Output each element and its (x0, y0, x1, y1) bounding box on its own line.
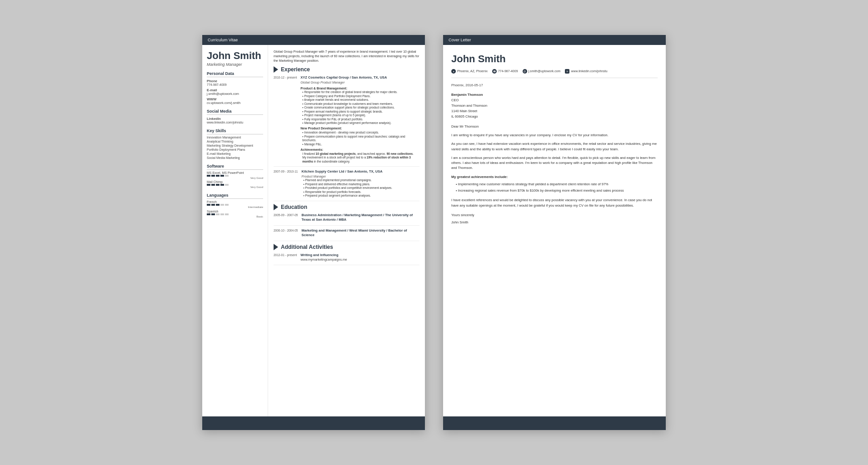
exp-role-2: Product Manager (302, 174, 420, 179)
lang-2: Spanish (207, 210, 263, 213)
email-value: j.smith@uptowork.com (207, 92, 263, 95)
cl-salutation: Dear Mr Thomson (451, 124, 658, 129)
dot (207, 204, 210, 206)
education-item-2: 2000-10 - 2004-05 Marketing and Manageme… (274, 228, 419, 241)
cv-document: Curriculum Vitae John Smith Marketing Ma… (202, 35, 425, 430)
software-1: MS Excel, MS PowerPoint (207, 171, 263, 174)
experience-arrow-icon (274, 66, 278, 73)
skill-6: Social Media Marketing (207, 156, 263, 159)
additional-item-1: 2012-01 - present Writing and Influencin… (274, 253, 419, 265)
www-value: cv.uptowork.com/j.smith (207, 101, 263, 104)
education-title: Education (281, 204, 307, 210)
edu-content-2: Marketing and Management / West Miami Un… (302, 228, 420, 238)
linkedin-icon: in (565, 69, 569, 74)
cl-final-paragraph: I have excellent references and would be… (451, 198, 658, 208)
cl-recipient-name: Benjamin Thomson (451, 92, 658, 98)
dot (211, 204, 215, 206)
skill-2: Analytical Thinking (207, 140, 263, 143)
cl-recipient-address: 1140 Main Street (451, 109, 658, 114)
cl-location-text: Phoenix, AZ, Phoenix (457, 69, 488, 74)
cl-linkedin-text: www.linkedin.com/johnstu (571, 69, 607, 74)
cl-footer (443, 416, 666, 430)
lang-1: French (207, 200, 263, 203)
cv-footer (202, 416, 425, 430)
cl-paragraph-2: As you can see, I have had extensive vac… (451, 141, 658, 152)
dot (220, 175, 224, 177)
email-label: E-mail (207, 88, 263, 92)
edu-title-2: Marketing and Management / West Miami Un… (302, 228, 420, 238)
phone-icon: ☎ (492, 69, 497, 74)
cl-doc-type: Cover Letter (449, 38, 471, 42)
cv-title: Marketing Manager (207, 62, 263, 67)
exp-bullet: • Responsible for the creation of global… (302, 90, 419, 94)
cl-recipient-company: Thomson and Thomson (451, 103, 658, 109)
cl-contact-row: ● Phoenix, AZ, Phoenix ☎ 774-987-4009 @ … (451, 69, 658, 78)
dot (225, 213, 229, 215)
experience-item-1: 2010-12 - present XYZ Cosmetics Capital … (274, 75, 419, 167)
exp-bullet: • Create communication support plans for… (302, 106, 419, 109)
dot (216, 204, 219, 206)
exp-role-1: Global Group Product Manager (300, 80, 419, 85)
dot (216, 184, 219, 186)
skill-5: E-mail Marketing (207, 152, 263, 155)
dot (207, 184, 210, 186)
add-date-1: 2012-01 - present (274, 253, 297, 262)
exp-bullet: • Prepare communication plans to support… (302, 135, 419, 143)
cl-achievements-title: My greatest achievements include: (451, 174, 658, 179)
exp-sub1-1: Product & Brand Management: (300, 86, 419, 91)
cl-header: Cover Letter (443, 35, 666, 45)
phone-value: 774-987-4009 (207, 83, 263, 86)
exp-bullet: • Prepare annual marketing plans to supp… (302, 110, 419, 114)
exp-bullet: • Project management (teams of up to 5 p… (302, 114, 419, 117)
edu-date-2: 2000-10 - 2004-05 (274, 228, 298, 238)
cv-doc-type: Curriculum Vitae (208, 38, 238, 42)
add-content-1: Writing and Influencing www.mymarketingc… (300, 253, 419, 262)
exp-achievements-title: Achievements: (300, 148, 419, 152)
cl-date: Phoenix, 2016-05-17 (451, 83, 658, 88)
dot (225, 204, 229, 206)
cv-name: John Smith (207, 50, 263, 61)
skill-1: Innovation Management (207, 136, 263, 139)
skill-4: Portfolio Deployment Plans (207, 148, 263, 151)
experience-item-2: 2007-09 - 2010-11 Kitchen Supply Center … (274, 169, 419, 201)
software-2: Mail Chimp (207, 180, 263, 183)
education-arrow-icon (274, 204, 278, 210)
exp-content-1: XYZ Cosmetics Capital Group / San Antoni… (300, 75, 419, 163)
location-icon: ● (451, 69, 456, 74)
exp-bullet: • Communicate product knowledge to custo… (302, 102, 419, 106)
cl-recipient: Benjamin Thomson CEO Thomson and Thomson… (451, 92, 658, 119)
cl-email: @ j.smith@uptowork.com (523, 69, 561, 74)
languages-title: Languages (207, 193, 263, 199)
dot (207, 175, 210, 177)
cl-paragraph-3: I am a conscientious person who works ha… (451, 155, 658, 171)
dot (216, 213, 219, 215)
cv-summary: Global Group Product Manager with 7 year… (274, 49, 419, 63)
experience-title: Experience (281, 66, 310, 73)
cl-recipient-city: IL 60605 Chicago (451, 114, 658, 119)
additional-title: Additional Activities (281, 244, 333, 250)
software-title: Software (207, 164, 263, 170)
exp-bullet: • Prepared and delivered effective marke… (304, 183, 420, 186)
add-url-1: www.mymarketingcampaigns.me (300, 257, 419, 262)
exp-bullet: • Analyze market trends and recommend so… (302, 98, 419, 102)
key-skills-title: Key Skills (207, 129, 263, 134)
exp-content-2: Kitchen Supply Center Ltd / San Antonio,… (302, 169, 420, 198)
cl-signature: John Smith (451, 220, 658, 225)
phone-label: Phone (207, 79, 263, 83)
additional-arrow-icon (274, 244, 278, 250)
exp-bullet: • Manage P&L. (302, 143, 419, 146)
dot (220, 184, 224, 186)
email-icon: @ (523, 69, 527, 74)
dot (216, 175, 219, 177)
exp-bullet: • Provided product portfolios and compet… (304, 186, 420, 190)
software-1-label: Very Good (207, 177, 263, 179)
cv-sidebar: John Smith Marketing Manager Personal Da… (202, 45, 268, 416)
linkedin-value: www.linkedin.com/johnstu (207, 121, 263, 124)
cover-letter-document: Cover Letter John Smith ● Phoenix, AZ, P… (443, 35, 666, 430)
additional-section-header: Additional Activities (274, 244, 419, 250)
dot (225, 175, 229, 177)
cl-recipient-title: CEO (451, 98, 658, 103)
exp-date-2: 2007-09 - 2010-11 (274, 169, 298, 198)
cl-paragraph-1: I am writing to enquire if you have any … (451, 133, 658, 138)
education-section-header: Education (274, 204, 419, 210)
